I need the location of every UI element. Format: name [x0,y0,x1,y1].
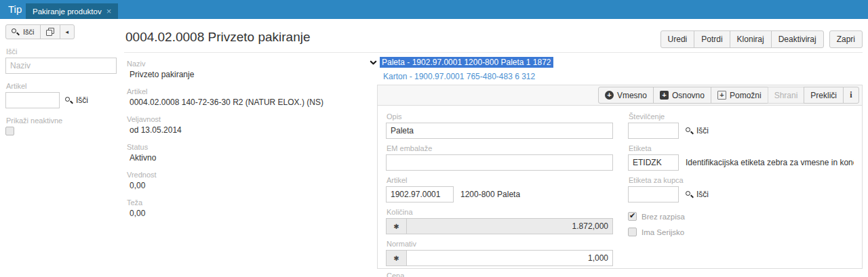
stevilcenje-search-link[interactable]: Išči [686,126,709,135]
app-title: Tip [8,0,22,19]
normativ-label: Normativ [387,240,613,248]
field-label: Artikel [127,87,363,95]
panel-form: Opis EM embalaže Artikel 1200-800 Paleta… [378,106,862,277]
search-icon [686,127,694,135]
collapse-sidebar-button[interactable]: ◂ [60,24,75,39]
vmesno-label: Vmesno [617,91,647,100]
tree-item-karton[interactable]: Karton - 1900.97.0001 765-480-483 6 312 [383,72,553,81]
potrdi-button[interactable]: Potrdi [694,30,730,48]
add-osnovno-button[interactable]: + Osnovno [653,87,711,104]
header-actions: Uredi Potrdi Kloniraj Deaktiviraj Zapri [660,30,863,48]
form-column-right: Številčenje Išči Etiketa Identifikacijsk… [628,112,854,277]
artikel-search-input[interactable] [5,92,60,108]
uredi-button[interactable]: Uredi [660,30,695,48]
packaging-tree: Paleta - 1902.97.0001 1200-800 Paleta 1 … [370,57,553,81]
kolicina-asterisk-addon[interactable]: ✱ [386,218,406,234]
field-label: Veljavnost [127,115,363,123]
em-embalaze-label: EM embalaže [387,144,613,152]
normativ-asterisk-addon[interactable]: ✱ [386,250,406,266]
em-embalaze-input[interactable] [386,154,613,171]
etiketa-input[interactable] [628,154,679,171]
field-value: 0,00 [126,181,363,190]
tree-item-paleta[interactable]: Paleta - 1902.97.0001 1200-800 Paleta 1 … [380,57,553,68]
form-column-left: Opis EM embalaže Artikel 1200-800 Paleta… [386,112,613,277]
record-summary: Naziv Privzeto pakiranje Artikel 0004.02… [126,60,363,218]
sidebar-search-button[interactable]: Išči [5,24,41,39]
sidebar-toolbar: Išči ◂ [5,24,75,39]
sidebar-filter-label: Išči [6,47,117,56]
artikel-search-link[interactable]: Išči [65,95,88,105]
opis-label: Opis [387,112,613,121]
page-title: 0004.02.0008 Privzeto pakiranje [125,30,311,45]
packaging-detail-panel: + Vmesno + Osnovno + Pomožni Shrani Prek… [377,85,863,269]
kolicina-label: Količina [387,208,613,216]
circle-plus-icon: + [605,91,614,100]
tab-pakiranje-produktov[interactable]: Pakiranje produktov × [26,3,118,19]
osnovno-label: Osnovno [672,91,705,100]
brez-razpisa-checkbox[interactable] [628,212,637,221]
ima-serijsko-checkbox[interactable] [628,228,637,236]
show-inactive-label: Prikaži neaktivne [6,116,117,125]
etiketa-za-kupca-label: Etiketa za kupca [629,176,854,184]
deaktiviraj-button[interactable]: Deaktiviraj [771,30,824,48]
stevilcenje-search-label: Išči [696,126,709,135]
add-pomozni-button[interactable]: + Pomožni [711,87,768,104]
artikel-search-link-label: Išči [76,95,88,105]
chevron-down-icon[interactable] [370,59,377,66]
field-value: Aktivno [126,153,363,163]
search-icon [12,28,20,36]
zapri-button[interactable]: Zapri [829,30,863,48]
artikel-label: Artikel [387,176,613,184]
cena-label: Cena [387,272,613,277]
field-label: Status [127,143,363,151]
square-plus-outline-icon: + [717,91,726,100]
kloniraj-button[interactable]: Kloniraj [730,30,772,48]
panel-toolbar: + Vmesno + Osnovno + Pomožni Shrani Prek… [378,85,862,106]
info-button[interactable]: i [843,87,859,104]
sidebar: Išči ◂ Išči Artikel Išči Prikaži neaktiv… [5,24,117,137]
normativ-input[interactable] [406,250,613,266]
etiketa-za-kupca-search-link[interactable]: Išči [686,190,709,199]
ima-serijsko-label: Ima Serijsko [642,228,684,236]
duplicate-button[interactable] [40,24,60,39]
kolicina-input [406,218,613,234]
tab-close-icon[interactable]: × [106,7,112,16]
stevilcenje-input[interactable] [628,123,679,139]
etiketa-label: Etiketa [629,144,854,152]
copy-icon [46,28,54,36]
pomozni-label: Pomožni [730,91,762,100]
field-value: 0,00 [126,209,363,218]
add-vmesno-button[interactable]: + Vmesno [598,87,654,104]
etiketa-za-kupca-input[interactable] [628,186,679,203]
field-value: 0004.02.0008 140-72-36-30 R2 (NATUR ELOX… [126,98,363,107]
sidebar-search-label: Išči [23,28,35,36]
field-value: Privzeto pakiranje [126,70,363,79]
artikel-code-input[interactable] [386,186,454,203]
title-separator [124,52,863,53]
etiketa-description: Identifikacijska etiketa zebra za vmesne… [686,158,854,167]
opis-input[interactable] [386,123,613,139]
etiketa-za-kupca-search-label: Išči [696,190,709,199]
show-inactive-checkbox[interactable] [5,127,14,135]
artikel-filter-label: Artikel [6,82,117,90]
field-label: Teža [127,198,363,207]
search-icon [65,96,73,104]
naziv-search-input[interactable] [5,58,117,74]
field-label: Vrednost [127,171,363,179]
artikel-description: 1200-800 Paleta [460,190,520,199]
caret-left-icon: ◂ [66,29,69,35]
top-bar: Tip Pakiranje produktov × [0,0,868,19]
preklici-button[interactable]: Prekliči [804,87,844,104]
tab-label: Pakiranje produktov [33,7,102,16]
shrani-button[interactable]: Shrani [768,87,805,104]
stevilcenje-label: Številčenje [629,112,854,121]
brez-razpisa-label: Brez razpisa [642,213,685,221]
square-plus-icon: + [660,91,669,100]
field-value: od 13.05.2014 [126,125,363,135]
search-icon [686,190,694,198]
field-label: Naziv [127,60,363,68]
